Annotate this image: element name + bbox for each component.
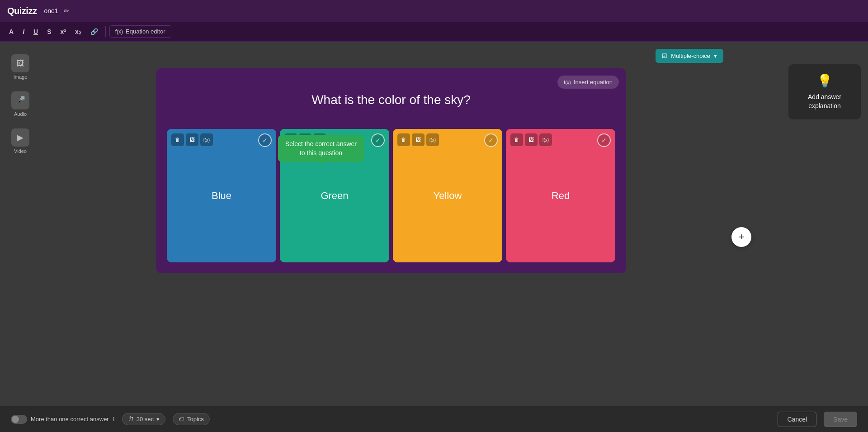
add-question-button[interactable]: + xyxy=(731,227,751,247)
answer-yellow-label: Yellow xyxy=(434,190,462,202)
video-tool[interactable]: ▶ Video xyxy=(5,125,36,157)
equation-editor-button[interactable]: f(x) Equation editor xyxy=(109,25,171,38)
top-nav: Quizizz one1 ✏ xyxy=(0,0,868,22)
answer-red-label: Red xyxy=(552,190,570,202)
image-yellow-button[interactable]: 🖼 xyxy=(412,133,425,146)
explanation-icon: 💡 xyxy=(817,73,833,88)
save-button[interactable]: Save xyxy=(824,412,857,427)
explanation-text: Add answer explanation xyxy=(808,93,841,110)
equation-yellow-button[interactable]: f(x) xyxy=(426,133,439,146)
add-answer-explanation[interactable]: 💡 Add answer explanation xyxy=(788,64,861,119)
info-icon[interactable]: ℹ xyxy=(113,416,115,423)
tooltip-text: Select the correct answer to this questi… xyxy=(285,140,357,157)
logo: Quizizz xyxy=(7,6,37,16)
equation-red-button[interactable]: f(x) xyxy=(539,133,552,146)
answer-red[interactable]: 🗑 🖼 f(x) ✓ Red xyxy=(506,129,615,262)
question-type-label: Multiple-choice xyxy=(671,52,710,59)
question-card: f(x) Insert equation What is the color o… xyxy=(156,68,626,273)
answer-blue-label: Blue xyxy=(212,190,231,202)
italic-button[interactable]: I xyxy=(19,25,28,38)
topics-button[interactable]: 🏷 Topics xyxy=(173,413,210,425)
more-than-one-toggle[interactable] xyxy=(11,415,27,424)
cancel-button[interactable]: Cancel xyxy=(778,412,816,427)
check-blue[interactable]: ✓ xyxy=(258,133,272,147)
delete-red-button[interactable]: 🗑 xyxy=(510,133,523,146)
answer-yellow[interactable]: 🗑 🖼 f(x) ✓ Yellow xyxy=(393,129,502,262)
check-green[interactable]: ✓ xyxy=(371,133,385,147)
question-text[interactable]: What is the color of the sky? xyxy=(167,79,615,125)
image-label: Image xyxy=(14,74,28,80)
answer-blue-tools: 🗑 🖼 f(x) xyxy=(171,133,213,146)
question-type-icon: ☑ xyxy=(662,52,667,59)
topics-label: Topics xyxy=(187,416,204,423)
equation-small-icon: f(x) xyxy=(564,80,571,85)
main-area: 🖼 Image 🎤 Audio ▶ Video ☑ Multiple-choic… xyxy=(0,42,868,432)
answer-blue[interactable]: 🗑 🖼 f(x) ✓ Blue xyxy=(167,129,276,262)
time-selector[interactable]: ⏱ 30 sec ▾ xyxy=(122,413,165,425)
chevron-down-icon: ▾ xyxy=(714,52,717,59)
equation-blue-button[interactable]: f(x) xyxy=(200,133,213,146)
image-blue-button[interactable]: 🖼 xyxy=(186,133,198,146)
time-chevron: ▾ xyxy=(156,416,160,423)
check-red[interactable]: ✓ xyxy=(597,133,611,147)
toolbar-divider xyxy=(105,26,106,37)
answer-green-label: Green xyxy=(321,190,348,202)
answer-tooltip: Select the correct answer to this questi… xyxy=(278,135,364,162)
font-color-button[interactable]: A xyxy=(5,25,17,38)
question-type-bar: ☑ Multiple-choice ▾ xyxy=(59,49,723,63)
answer-yellow-tools: 🗑 🖼 f(x) xyxy=(397,133,439,146)
underline-button[interactable]: U xyxy=(30,25,42,38)
bottom-bar: More than one correct answer ℹ ⏱ 30 sec … xyxy=(0,406,868,432)
edit-icon[interactable]: ✏ xyxy=(64,7,69,14)
image-red-button[interactable]: 🖼 xyxy=(525,133,538,146)
strikethrough-button[interactable]: S xyxy=(43,25,55,38)
question-type-selector[interactable]: ☑ Multiple-choice ▾ xyxy=(656,49,723,63)
toolbar: A I U S x² x₂ 🔗 f(x) Equation editor xyxy=(0,22,868,42)
check-yellow[interactable]: ✓ xyxy=(484,133,498,147)
audio-tool[interactable]: 🎤 Audio xyxy=(5,88,36,120)
quiz-name[interactable]: one1 xyxy=(44,7,58,14)
delete-blue-button[interactable]: 🗑 xyxy=(171,133,184,146)
left-sidebar: 🖼 Image 🎤 Audio ▶ Video xyxy=(0,42,41,432)
more-than-one-label: More than one correct answer xyxy=(31,416,109,423)
right-panel: 💡 Add answer explanation + 💬 Help xyxy=(741,42,868,432)
audio-icon: 🎤 xyxy=(11,91,29,109)
superscript-button[interactable]: x² xyxy=(57,25,69,38)
subscript-button[interactable]: x₂ xyxy=(71,25,85,38)
image-icon: 🖼 xyxy=(11,54,29,72)
video-label: Video xyxy=(14,148,27,154)
link-button[interactable]: 🔗 xyxy=(87,25,102,38)
insert-equation-button[interactable]: f(x) Insert equation xyxy=(557,76,619,89)
more-than-one-toggle-group: More than one correct answer ℹ xyxy=(11,415,115,424)
center-content: ☑ Multiple-choice ▾ f(x) Insert equation… xyxy=(41,42,741,432)
answers-grid: 🗑 🖼 f(x) ✓ Blue 🗑 🖼 f(x) ✓ Green xyxy=(167,129,615,262)
topics-icon: 🏷 xyxy=(179,416,184,423)
toggle-knob xyxy=(12,416,19,423)
audio-label: Audio xyxy=(14,111,27,117)
time-icon: ⏱ xyxy=(128,416,134,423)
time-label: 30 sec xyxy=(137,416,154,423)
answer-red-tools: 🗑 🖼 f(x) xyxy=(510,133,552,146)
video-icon: ▶ xyxy=(11,128,29,147)
equation-icon: f(x) xyxy=(115,28,123,35)
image-tool[interactable]: 🖼 Image xyxy=(5,51,36,83)
delete-yellow-button[interactable]: 🗑 xyxy=(397,133,410,146)
